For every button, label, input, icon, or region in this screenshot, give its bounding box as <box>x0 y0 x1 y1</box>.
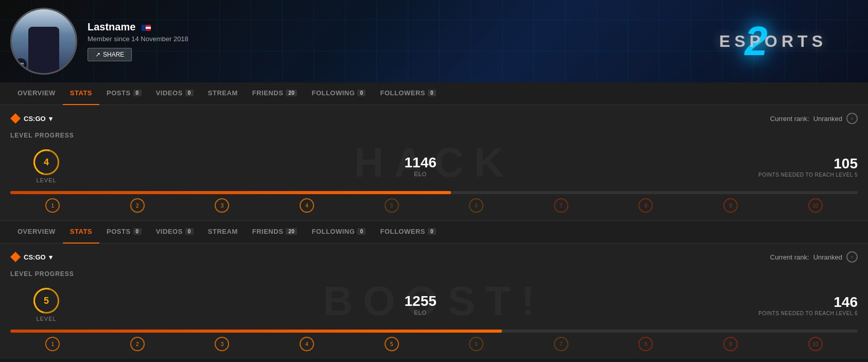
chevron-down-icon-2: ▾ <box>49 253 53 261</box>
camera-icon[interactable]: 📷 <box>14 58 27 71</box>
level-progress-title-1: LEVEL PROGRESS <box>10 132 858 139</box>
level-label-1: LEVEL <box>36 177 56 183</box>
level-progress-title-2: LEVEL PROGRESS <box>10 270 858 278</box>
game-selector-bar-1: CS:GO ▾ Current rank: Unranked ○ <box>10 113 858 124</box>
chevron-down-icon-1: ▾ <box>49 115 53 123</box>
points-value-1: 105 <box>834 156 858 172</box>
tab-followers-b[interactable]: FOLLOWERS 0 <box>373 221 443 244</box>
flag-icon <box>142 25 151 31</box>
level-block-2: 5 LEVEL <box>10 288 82 322</box>
level-mini-circle: 6 <box>469 337 483 351</box>
posts-badge-b: 0 <box>133 228 142 235</box>
level-mini-circle: 4 <box>300 337 314 351</box>
elo-label-2: ELO <box>414 309 427 316</box>
tab-followers[interactable]: FOLLOWERS 0 <box>373 82 443 105</box>
elo-value-1: 1146 <box>405 156 437 170</box>
level-icon-item: 1 <box>10 198 95 213</box>
elo-block-2: 1255 ELO <box>390 294 452 316</box>
progress-bar-1 <box>10 191 858 194</box>
game-name-1: CS:GO <box>24 115 46 123</box>
avatar: 📷 <box>10 8 77 75</box>
level-block-1: 4 LEVEL <box>10 149 82 183</box>
posts-badge: 0 <box>133 90 142 96</box>
level-icon-item: 7 <box>519 337 604 351</box>
tab-stats-b[interactable]: STATS <box>63 221 99 244</box>
tab-stream[interactable]: STREAM <box>201 82 245 105</box>
level-mini-circle: 1 <box>45 198 60 213</box>
level-icon-item: 3 <box>180 198 265 213</box>
stats-section-1: HACK CS:GO ▾ Current rank: Unranked ○ LE… <box>0 105 868 220</box>
level-circle-1: 4 <box>33 149 59 175</box>
level-mini-circle: 2 <box>130 337 145 351</box>
tab-posts-b[interactable]: POSTS 0 <box>99 221 149 244</box>
level-icon-item: 8 <box>603 337 688 351</box>
rank-badge-2: ○ <box>846 251 858 263</box>
tab-stats[interactable]: STATS <box>63 82 99 105</box>
level-mini-circle: 8 <box>638 337 653 351</box>
level-mini-circle: 6 <box>469 198 483 213</box>
user-info: Lastname Member since 14 November 2018 ↗… <box>88 21 188 61</box>
level-icon-item: 4 <box>265 198 350 213</box>
points-block-1: 105 POINTS NEEDED TO REACH LEVEL 5 <box>758 156 858 178</box>
level-icons-row-2: 12345678910 <box>10 337 858 351</box>
share-button[interactable]: ↗ SHARE <box>88 48 132 61</box>
banner-esports: ESPORTS <box>719 32 827 51</box>
friends-badge-b: 20 <box>286 228 297 235</box>
tab-friends[interactable]: FRIENDS 20 <box>245 82 305 105</box>
tab-following[interactable]: FOLLOWING 0 <box>304 82 373 105</box>
game-selector-bar-2: CS:GO ▾ Current rank: Unranked ○ <box>10 251 858 263</box>
nav-tabs-top: OVERVIEW STATS POSTS 0 VIDEOS 0 STREAM F… <box>0 82 868 105</box>
game-selector-1[interactable]: CS:GO ▾ <box>10 113 53 124</box>
tab-following-b[interactable]: FOLLOWING 0 <box>304 221 373 244</box>
tab-posts[interactable]: POSTS 0 <box>99 82 149 105</box>
progress-bar-2 <box>10 330 858 333</box>
csgo-icon-2 <box>10 252 21 262</box>
following-badge: 0 <box>357 90 366 96</box>
level-icon-item: 7 <box>519 198 604 213</box>
tab-friends-b[interactable]: FRIENDS 20 <box>245 221 305 244</box>
stats-row-1: 4 LEVEL 1146 ELO 105 POINTS NEEDED TO RE… <box>10 149 858 183</box>
level-icon-item: 9 <box>688 198 773 213</box>
level-mini-circle: 5 <box>385 337 399 351</box>
tab-stream-b[interactable]: STREAM <box>201 221 245 244</box>
points-label-1: POINTS NEEDED TO REACH LEVEL 5 <box>758 172 858 178</box>
level-mini-circle: 10 <box>808 337 823 351</box>
points-block-2: 146 POINTS NEEDED TO REACH LEVEL 6 <box>758 294 858 316</box>
elo-block-1: 1146 ELO <box>390 156 452 177</box>
level-mini-circle: 4 <box>300 198 314 213</box>
level-mini-circle: 9 <box>723 198 738 213</box>
current-rank-1: Current rank: Unranked ○ <box>770 113 858 124</box>
level-mini-circle: 5 <box>385 198 399 213</box>
level-icon-item: 6 <box>434 198 519 213</box>
level-label-2: LEVEL <box>36 316 56 322</box>
current-rank-2: Current rank: Unranked ○ <box>770 251 858 263</box>
level-icon-item: 8 <box>603 198 688 213</box>
rank-badge-1: ○ <box>846 113 858 124</box>
stats-section-2: BOOST! CS:GO ▾ Current rank: Unranked ○ … <box>0 244 868 359</box>
tab-overview-b[interactable]: OVERVIEW <box>10 221 63 244</box>
progress-bar-fill-1 <box>10 191 451 194</box>
followers-badge: 0 <box>428 90 436 96</box>
game-name-2: CS:GO <box>24 253 46 261</box>
level-mini-circle: 7 <box>554 198 568 213</box>
level-mini-circle: 10 <box>808 198 823 213</box>
tab-videos-b[interactable]: VIDEOS 0 <box>149 221 201 244</box>
level-icon-item: 4 <box>265 337 350 351</box>
game-selector-2[interactable]: CS:GO ▾ <box>10 252 53 262</box>
nav-tabs-bottom: OVERVIEW STATS POSTS 0 VIDEOS 0 STREAM F… <box>0 221 868 244</box>
level-icon-item: 10 <box>773 337 858 351</box>
header-banner: 📷 Lastname Member since 14 November 2018… <box>0 0 868 82</box>
level-icon-item: 6 <box>434 337 519 351</box>
level-mini-circle: 9 <box>723 337 738 351</box>
level-mini-circle: 7 <box>554 337 568 351</box>
level-mini-circle: 3 <box>215 337 229 351</box>
elo-value-2: 1255 <box>405 294 437 308</box>
csgo-icon-1 <box>10 113 21 124</box>
tab-overview[interactable]: OVERVIEW <box>10 82 63 105</box>
following-badge-b: 0 <box>357 228 366 235</box>
level-mini-circle: 1 <box>45 337 60 351</box>
level-icon-item: 9 <box>688 337 773 351</box>
level-circle-2: 5 <box>33 288 59 314</box>
level-icon-item: 2 <box>95 198 180 213</box>
tab-videos[interactable]: VIDEOS 0 <box>149 82 201 105</box>
